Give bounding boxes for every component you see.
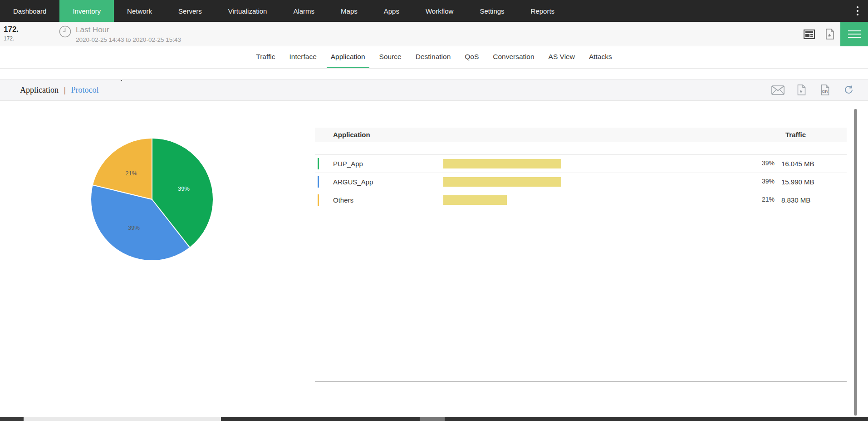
hscroll-segment xyxy=(0,417,24,421)
report-icon xyxy=(804,30,815,39)
nav-item-servers[interactable]: Servers xyxy=(165,0,215,22)
time-period-range: 2020-02-25 14:43 to 2020-02-25 15:43 xyxy=(76,36,181,43)
view-switch: Application|Protocol xyxy=(20,79,99,100)
nav-item-alarms[interactable]: Alarms xyxy=(280,0,328,22)
table-rows: PUP_App39%16.045 MBARGUS_App39%15.990 MB… xyxy=(315,154,847,209)
view-separator: | xyxy=(64,85,66,95)
tab-attacks[interactable]: Attacks xyxy=(585,46,616,68)
refresh-button[interactable] xyxy=(842,85,855,95)
traffic-value: 15.990 MB xyxy=(781,173,814,191)
csv-icon-text: CSV xyxy=(822,90,829,93)
export-pdf-button-toolbar[interactable] xyxy=(794,84,808,95)
application-name: ARGUS_App xyxy=(333,178,373,186)
column-header-application: Application xyxy=(333,131,370,139)
application-traffic-table: Application Traffic PUP_App39%16.045 MBA… xyxy=(315,128,847,209)
nav-item-apps[interactable]: Apps xyxy=(371,0,412,22)
kebab-icon xyxy=(857,10,858,12)
horizontal-scrollbar[interactable] xyxy=(0,417,868,421)
hamburger-icon xyxy=(848,30,861,31)
page-subtitle: 172. xyxy=(4,35,19,42)
toolbar-actions: CSV xyxy=(771,79,855,100)
hscroll-thumb[interactable] xyxy=(24,417,221,421)
row-color-tick xyxy=(318,158,319,169)
overflow-menu-button[interactable] xyxy=(852,0,863,22)
tab-traffic[interactable]: Traffic xyxy=(252,46,279,68)
kebab-icon xyxy=(857,6,858,8)
pie-slice-label-pup-app: 39% xyxy=(178,185,190,192)
tab-destination[interactable]: Destination xyxy=(412,46,455,68)
row-color-tick xyxy=(318,194,319,206)
tab-conversation[interactable]: Conversation xyxy=(489,46,538,68)
traffic-percent: 39% xyxy=(729,173,775,191)
traffic-bar xyxy=(443,195,507,205)
tab-interface[interactable]: Interface xyxy=(285,46,320,68)
nav-item-maps[interactable]: Maps xyxy=(328,0,371,22)
stray-pixel-artifact xyxy=(121,80,122,81)
header-actions xyxy=(799,22,868,46)
tab-source[interactable]: Source xyxy=(375,46,406,68)
primary-nav-items: DashboardInventoryNetworkServersVirtuali… xyxy=(0,0,868,22)
export-pdf-button[interactable] xyxy=(819,29,840,40)
table-header-row: Application Traffic xyxy=(315,128,847,142)
device-header-bar: 172. 172. Last Hour 2020-02-25 14:43 to … xyxy=(0,22,868,46)
nav-item-inventory[interactable]: Inventory xyxy=(59,0,114,22)
email-report-button[interactable] xyxy=(771,85,785,95)
report-view-button[interactable] xyxy=(799,30,819,39)
nav-item-reports[interactable]: Reports xyxy=(518,0,568,22)
traffic-bar xyxy=(443,159,561,168)
primary-navbar: DashboardInventoryNetworkServersVirtuali… xyxy=(0,0,868,22)
pdf-icon xyxy=(825,29,834,40)
application-name: PUP_App xyxy=(333,160,363,168)
table-row-pup-app[interactable]: PUP_App39%16.045 MB xyxy=(315,154,847,173)
csv-export-icon: CSV xyxy=(821,84,829,95)
nav-item-virtualization[interactable]: Virtualization xyxy=(215,0,280,22)
nav-item-dashboard[interactable]: Dashboard xyxy=(0,0,59,22)
pie-slice-separator xyxy=(152,199,190,248)
table-row-others[interactable]: Others21%8.830 MB xyxy=(315,191,847,209)
refresh-icon xyxy=(844,85,853,95)
view-option-application[interactable]: Application xyxy=(20,85,59,95)
pie-slice-separator xyxy=(93,184,152,200)
device-title-block: 172. 172. xyxy=(4,25,19,42)
clock-icon xyxy=(59,25,71,38)
nav-item-workflow[interactable]: Workflow xyxy=(412,0,466,22)
tab-as-view[interactable]: AS View xyxy=(544,46,579,68)
column-header-traffic: Traffic xyxy=(785,131,806,139)
traffic-percent: 21% xyxy=(729,191,775,209)
tab-application[interactable]: Application xyxy=(327,46,369,68)
traffic-value: 16.045 MB xyxy=(781,155,814,173)
row-color-tick xyxy=(318,176,319,188)
tab-qos[interactable]: QoS xyxy=(461,46,483,68)
hamburger-icon xyxy=(848,34,861,35)
time-period-label: Last Hour xyxy=(76,25,181,35)
pdf-export-icon xyxy=(797,84,806,95)
side-panel-toggle-button[interactable] xyxy=(840,22,868,46)
pie-slice-label-others: 21% xyxy=(125,169,137,176)
report-tab-bar: TrafficInterfaceApplicationSourceDestina… xyxy=(0,46,868,69)
time-period-selector[interactable]: Last Hour 2020-02-25 14:43 to 2020-02-25… xyxy=(59,25,181,43)
pie-slice-label-argus-app: 39% xyxy=(128,224,140,231)
traffic-value: 8.830 MB xyxy=(781,191,810,209)
page-title: 172. xyxy=(4,25,19,34)
application-name: Others xyxy=(333,196,353,204)
hscroll-segment xyxy=(420,417,445,421)
view-toolbar: Application|Protocol xyxy=(0,79,868,101)
view-option-protocol[interactable]: Protocol xyxy=(71,85,99,95)
application-traffic-pie-chart[interactable]: 39%39%21% xyxy=(91,139,213,260)
table-row-argus-app[interactable]: ARGUS_App39%15.990 MB xyxy=(315,173,847,191)
nav-item-settings[interactable]: Settings xyxy=(466,0,517,22)
hamburger-icon xyxy=(848,37,861,38)
traffic-bar xyxy=(443,177,561,187)
kebab-icon xyxy=(857,14,858,15)
email-icon xyxy=(771,85,785,95)
vertical-scrollbar-thumb[interactable] xyxy=(854,109,857,416)
export-csv-button[interactable]: CSV xyxy=(818,84,832,95)
pie-slice-separator xyxy=(152,139,152,199)
nav-item-network[interactable]: Network xyxy=(114,0,165,22)
traffic-percent: 39% xyxy=(729,155,775,173)
table-bottom-divider xyxy=(315,381,847,382)
